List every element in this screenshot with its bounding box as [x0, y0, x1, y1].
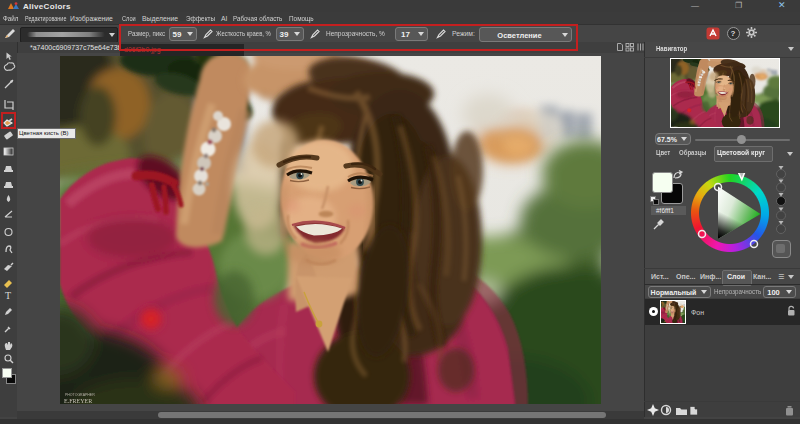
svg-text:T: T [5, 290, 11, 301]
